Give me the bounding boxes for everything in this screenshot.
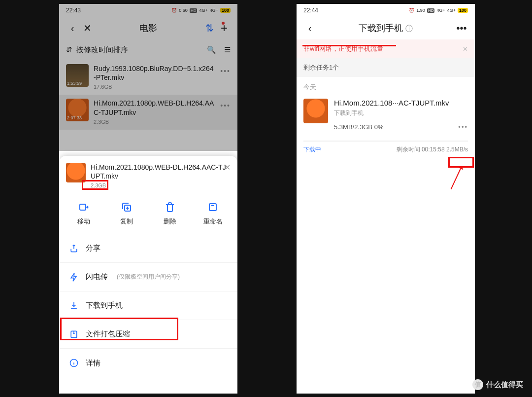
file-duration: 1:53:59: [67, 81, 82, 86]
svg-rect-0: [80, 204, 86, 210]
remaining-label: 剩余任务1个: [297, 58, 475, 77]
task-thumbnail: [303, 99, 328, 123]
file-size: 17.6GB: [94, 84, 112, 90]
phone-right: 22:44 ⏰ 1.90 HD 4G+ 4G+ 100 ‹ 下载到手机 ⓘ ••…: [297, 4, 475, 394]
action-grid: 移动 复制 删除 重命名: [59, 192, 237, 234]
task-progress: 5.3MB/2.3GB 0%: [334, 123, 383, 131]
rename-label: 重命名: [203, 217, 223, 226]
task-more-icon[interactable]: •••: [458, 123, 468, 131]
flash-button[interactable]: 闪电传 (仅限极空间用户间分享): [59, 263, 237, 291]
file-name: Rudy.1993.1080p.BluRay.DD+5.1.x264-PTer.…: [94, 64, 215, 82]
status-bar: 22:43 ⏰ 0.60 HD 4G+ 4G+ 100: [59, 4, 237, 17]
day-label: 今天: [297, 77, 475, 94]
share-button[interactable]: 分享: [59, 234, 237, 263]
sheet-thumbnail: [66, 163, 86, 182]
page-title: 电影: [59, 22, 237, 34]
file-size: 2.3GB: [94, 119, 109, 125]
more-icon[interactable]: •••: [220, 99, 231, 109]
sort-icon[interactable]: ⇵: [66, 45, 72, 54]
download-task[interactable]: Hi.Mom.2021.108···AC-TJUPT.mkv 下载到手机 5.3…: [297, 94, 475, 136]
progress-bar: [303, 141, 468, 142]
file-row[interactable]: 1:53:59 Rudy.1993.1080p.BluRay.DD+5.1.x2…: [59, 60, 237, 95]
share-label: 分享: [86, 244, 100, 253]
copy-icon: [121, 201, 133, 213]
more-icon[interactable]: •••: [220, 64, 231, 75]
copy-label: 复制: [120, 217, 133, 226]
banner-close-icon[interactable]: ✕: [463, 45, 468, 53]
signal-1: 4G+: [199, 8, 207, 13]
lightning-icon: [69, 272, 79, 282]
flash-sub-label: (仅限极空间用户间分享): [117, 273, 180, 281]
sheet-close-icon[interactable]: ✕: [224, 163, 231, 172]
task-sub-label: 下载到手机: [334, 109, 468, 117]
search-icon[interactable]: 🔍: [207, 45, 216, 54]
page-title: 下载到手机 ⓘ: [297, 22, 475, 34]
detail-label: 详情: [86, 359, 100, 368]
sort-label[interactable]: 按修改时间排序: [76, 45, 128, 55]
sheet-file-size: 2.3GB: [91, 182, 106, 188]
trash-icon: [164, 201, 176, 213]
archive-icon: [69, 329, 79, 339]
net-rate: 1.90: [416, 8, 425, 13]
flash-label: 闪电传: [86, 272, 108, 282]
info-icon: [69, 358, 79, 368]
status-time: 22:44: [303, 7, 318, 14]
annotation-arrow: [451, 169, 461, 190]
rename-button[interactable]: 重命名: [196, 201, 230, 226]
nav-bar: ‹ 下载到手机 ⓘ •••: [297, 17, 475, 39]
battery-badge: 100: [220, 8, 231, 13]
zip-label: 文件打包压缩: [86, 329, 130, 339]
task-eta: 剩余时间 00:15:58 2.5MB/s: [397, 145, 468, 154]
nav-bar: ‹ ✕ 电影 ⇅ +: [59, 17, 237, 39]
status-indicators: ⏰ 1.90 HD 4G+ 4G+ 100: [409, 8, 468, 13]
signal-2: 4G+: [447, 8, 456, 13]
watermark: 值 什么值得买: [472, 379, 523, 390]
alarm-icon: ⏰: [171, 8, 177, 13]
signal-1: 4G+: [436, 8, 445, 13]
alarm-icon: ⏰: [409, 8, 414, 13]
status-indicators: ⏰ 0.60 HD 4G+ 4G+ 100: [171, 8, 231, 13]
network-banner: 非wifi网络，正使用手机流量 ✕: [297, 39, 475, 58]
file-duration: 2:07:33: [67, 115, 82, 120]
move-label: 移动: [77, 217, 90, 226]
rename-icon: [207, 201, 219, 213]
file-thumbnail: 1:53:59: [66, 64, 89, 87]
view-toggle-icon[interactable]: ☰: [224, 45, 231, 54]
file-name: Hi.Mom.2021.1080p.WEB-DL.H264.AAC-TJUPT.…: [94, 99, 215, 116]
download-label: 下载到手机: [86, 301, 123, 310]
hd-badge: HD: [427, 8, 435, 13]
task-file-name: Hi.Mom.2021.108···AC-TJUPT.mkv: [334, 99, 468, 107]
watermark-icon: 值: [472, 379, 483, 390]
copy-button[interactable]: 复制: [109, 201, 144, 226]
hd-badge: HD: [190, 8, 198, 13]
task-footer: 下载中 剩余时间 00:15:58 2.5MB/s: [297, 145, 475, 154]
phone-left: 22:43 ⏰ 0.60 HD 4G+ 4G+ 100 ‹ ✕ 电影 ⇅ + ⇵…: [59, 4, 237, 394]
zip-button[interactable]: 文件打包压缩: [59, 320, 237, 349]
status-bar: 22:44 ⏰ 1.90 HD 4G+ 4G+ 100: [297, 4, 475, 17]
sheet-header: Hi.Mom.2021.1080p.WEB-DL.H264.AAC-TJUPT.…: [59, 156, 237, 192]
battery-badge: 100: [458, 8, 468, 13]
file-row[interactable]: 2:07:33 Hi.Mom.2021.1080p.WEB-DL.H264.AA…: [59, 95, 237, 129]
file-thumbnail: 2:07:33: [66, 99, 89, 121]
task-state: 下载中: [303, 145, 321, 154]
download-icon: [69, 301, 79, 311]
delete-button[interactable]: 删除: [153, 201, 187, 226]
sheet-file-name: Hi.Mom.2021.1080p.WEB-DL.H264.AAC-TJUPT.…: [91, 163, 231, 180]
notification-dot: [222, 22, 225, 25]
watermark-text: 什么值得买: [486, 380, 523, 390]
share-icon: [69, 244, 79, 253]
move-icon: [78, 201, 90, 213]
svg-rect-2: [209, 204, 216, 211]
status-time: 22:43: [66, 7, 81, 14]
signal-2: 4G+: [210, 8, 218, 13]
action-sheet: Hi.Mom.2021.1080p.WEB-DL.H264.AAC-TJUPT.…: [59, 156, 237, 394]
sort-row: ⇵ 按修改时间排序 🔍 ☰: [59, 39, 237, 60]
net-rate: 0.60: [179, 8, 188, 13]
banner-text: 非wifi网络，正使用手机流量: [303, 44, 383, 53]
move-button[interactable]: 移动: [66, 201, 101, 226]
delete-label: 删除: [164, 217, 176, 226]
download-button[interactable]: 下载到手机: [59, 291, 237, 320]
detail-button[interactable]: 详情: [59, 349, 237, 377]
help-icon[interactable]: ⓘ: [405, 24, 413, 33]
